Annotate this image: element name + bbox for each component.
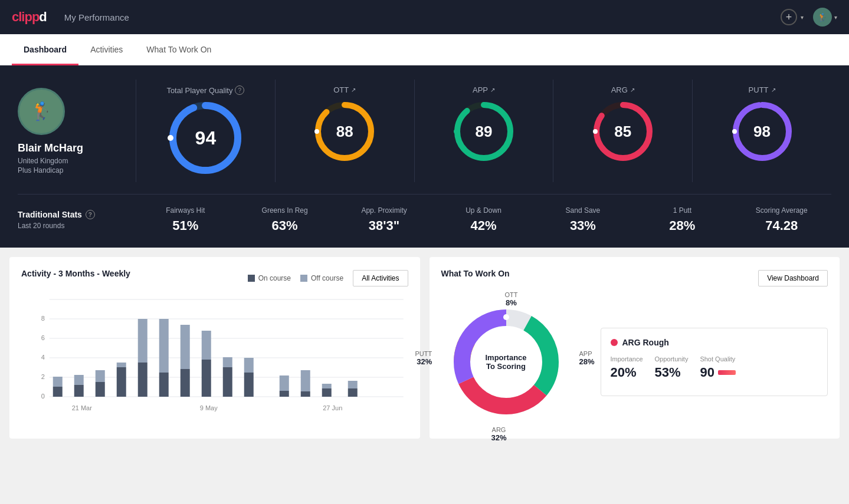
opportunity-label: Opportunity: [655, 355, 689, 363]
total-value: 94: [195, 127, 217, 149]
add-chevron-icon: ▾: [801, 14, 804, 21]
svg-text:21 Mar: 21 Mar: [72, 404, 93, 411]
ott-ring: 88: [312, 99, 377, 164]
app-label: APP ↗: [473, 85, 495, 94]
hero-section: 🏌️ Blair McHarg United Kingdom Plus Hand…: [0, 65, 849, 248]
bar-chart-svg: 0 2 4 6 8: [21, 294, 408, 423]
player-info: 🏌️ Blair McHarg United Kingdom Plus Hand…: [18, 88, 136, 174]
ott-value: 88: [336, 123, 353, 141]
nav-actions: + ▾ 🏌 ▾: [781, 8, 837, 27]
what-to-work-on-panel: What To Work On View Dashboard: [430, 257, 840, 439]
svg-point-14: [732, 129, 737, 134]
arg-rough-card: ARG Rough Importance 20% Opportunity 53%…: [601, 328, 828, 396]
donut-chart-wrap: Importance To Scoring OTT 8% APP 28%: [441, 297, 571, 427]
svg-rect-35: [117, 363, 126, 367]
user-menu[interactable]: 🏌 ▾: [813, 8, 837, 27]
tab-what-to-work-on[interactable]: What To Work On: [135, 34, 223, 65]
svg-rect-46: [244, 373, 254, 397]
card-title: ARG Rough: [622, 338, 669, 347]
avatar: 🏌️: [18, 88, 65, 135]
player-country: United Kingdom: [18, 157, 68, 165]
app-ring: 89: [451, 99, 516, 164]
arg-value: 85: [614, 123, 631, 141]
stat-app-proximity: App. Proximity 38'3": [335, 206, 434, 233]
arg-label: ARG ↗: [611, 85, 635, 94]
scores-section: Total Player Quality ? 94 OTT ↗: [136, 80, 831, 182]
tab-activities[interactable]: Activities: [78, 34, 135, 65]
svg-point-8: [454, 129, 458, 134]
stat-scoring-avg: Scoring Average 74.28: [732, 206, 831, 233]
svg-rect-30: [74, 385, 84, 397]
shot-quality-label: Shot Quality: [700, 355, 735, 363]
help-icon[interactable]: ?: [235, 85, 244, 95]
svg-rect-51: [301, 370, 310, 391]
svg-rect-41: [181, 325, 190, 369]
card-importance: Importance 20%: [611, 355, 643, 380]
trad-stats-subtitle: Last 20 rounds: [18, 222, 136, 230]
user-chevron-icon: ▾: [834, 14, 837, 21]
trad-stats-label: Traditional Stats ? Last 20 rounds: [18, 210, 136, 230]
bottom-panels: Activity - 3 Months - Weekly On course O…: [0, 248, 849, 448]
card-opportunity: Opportunity 53%: [655, 355, 689, 380]
on-course-icon: [248, 275, 255, 282]
trad-help-icon[interactable]: ?: [86, 210, 95, 219]
score-app: APP ↗ 89: [415, 80, 554, 182]
wtwo-title: What To Work On: [441, 269, 510, 278]
svg-rect-47: [244, 358, 254, 373]
app-arrow-icon: ↗: [490, 87, 495, 93]
svg-text:8: 8: [41, 315, 45, 322]
score-arg: ARG ↗ 85: [553, 80, 693, 182]
all-activities-button[interactable]: All Activities: [353, 270, 408, 286]
ott-donut-label: OTT 8%: [505, 291, 518, 307]
nav-add-button[interactable]: + ▾: [781, 9, 804, 25]
trad-stats-values: Fairways Hit 51% Greens In Reg 63% App. …: [136, 206, 831, 233]
avatar: 🏌: [813, 8, 832, 27]
player-handicap: Plus Handicap: [18, 166, 63, 174]
activity-chart-panel: Activity - 3 Months - Weekly On course O…: [9, 257, 420, 439]
chart-header: Activity - 3 Months - Weekly On course O…: [21, 269, 408, 288]
putt-value: 98: [753, 123, 771, 141]
svg-rect-33: [96, 370, 105, 382]
total-ring: 94: [167, 100, 244, 176]
card-shot-quality: Shot Quality 90: [700, 355, 735, 380]
quality-bar: [718, 370, 736, 375]
donut-center: Importance To Scoring: [485, 353, 526, 371]
ott-arrow-icon: ↗: [351, 87, 356, 93]
logo: clippd: [12, 9, 47, 25]
trad-stats-title: Traditional Stats ?: [18, 210, 136, 219]
svg-rect-40: [181, 369, 190, 397]
nav-title: My Performance: [64, 12, 781, 22]
svg-rect-43: [202, 331, 211, 360]
stat-1-putt: 1 Putt 28%: [632, 206, 732, 233]
svg-point-64: [503, 314, 509, 320]
svg-rect-37: [138, 319, 147, 363]
total-label: Total Player Quality ?: [166, 85, 244, 95]
card-stats: Importance 20% Opportunity 53% Shot Qual…: [611, 355, 818, 380]
wtwo-header: What To Work On View Dashboard: [441, 269, 828, 288]
bar-chart: 0 2 4 6 8: [21, 294, 408, 423]
donut-center-text2: To Scoring: [485, 362, 526, 371]
off-course-icon: [300, 275, 307, 282]
opportunity-value: 53%: [655, 365, 689, 380]
stat-sand-save: Sand Save 33%: [533, 206, 632, 233]
svg-rect-48: [280, 391, 289, 397]
top-nav: clippd My Performance + ▾ 🏌 ▾: [0, 0, 849, 34]
svg-rect-54: [348, 388, 358, 397]
view-dashboard-button[interactable]: View Dashboard: [758, 270, 828, 286]
app-donut-label: APP 28%: [579, 350, 594, 366]
svg-text:4: 4: [41, 354, 45, 361]
donut-center-text1: Importance: [485, 353, 526, 362]
score-ott: OTT ↗ 88: [276, 80, 415, 182]
svg-rect-53: [322, 384, 332, 388]
card-dot-icon: [611, 339, 618, 346]
importance-value: 20%: [611, 365, 643, 380]
score-total: Total Player Quality ? 94: [136, 80, 276, 182]
legend-off-course: Off course: [300, 274, 343, 282]
putt-arrow-icon: ↗: [771, 87, 776, 93]
score-putt: PUTT ↗ 98: [693, 80, 831, 182]
tab-dashboard[interactable]: Dashboard: [12, 34, 78, 65]
svg-rect-15: [248, 275, 255, 282]
putt-donut-label: PUTT 32%: [415, 350, 432, 366]
stat-fairways-hit: Fairways Hit 51%: [136, 206, 235, 233]
wtwo-content: Importance To Scoring OTT 8% APP 28%: [441, 297, 828, 427]
